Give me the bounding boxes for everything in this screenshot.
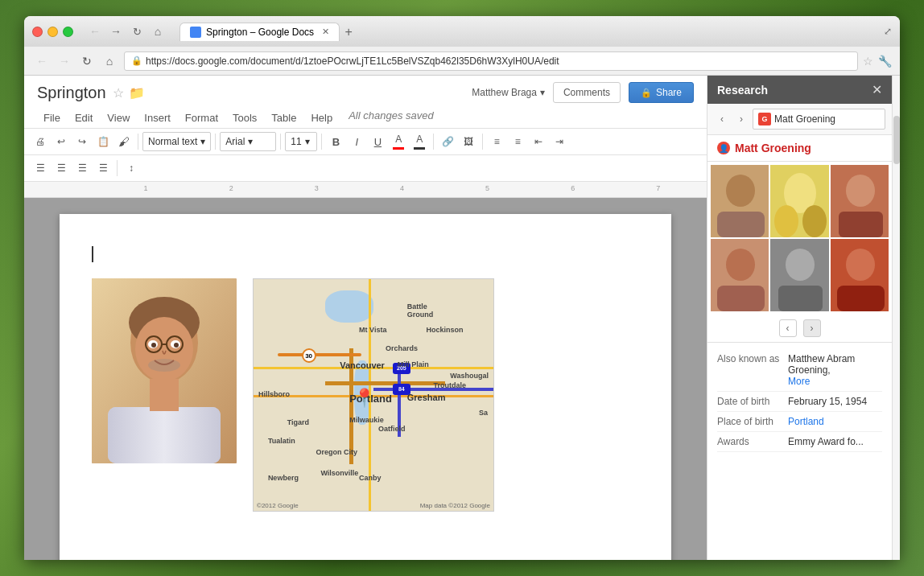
research-photo-4[interactable]: [711, 239, 769, 311]
address-input[interactable]: 🔒 https://docs.google.com/document/d/1zt…: [124, 51, 858, 71]
refresh-button[interactable]: ↻: [128, 23, 146, 40]
redo-button[interactable]: ↪: [72, 132, 92, 151]
italic-button[interactable]: I: [347, 132, 366, 151]
addr-back-button[interactable]: ←: [32, 51, 52, 71]
link-button[interactable]: 🔗: [438, 132, 457, 151]
browser-tools-button[interactable]: 🔧: [878, 55, 892, 68]
tab-close-button[interactable]: ✕: [322, 27, 329, 37]
align-right-button[interactable]: ☰: [72, 158, 92, 178]
close-window-button[interactable]: [32, 27, 43, 37]
aka-more-link[interactable]: More: [788, 376, 810, 387]
menu-view[interactable]: View: [101, 109, 136, 126]
toolbar-separator-5: [433, 134, 434, 150]
research-nav: ‹ › G Matt Groening: [707, 104, 892, 135]
toolbar-row1: 🖨 ↩ ↪ 📋 🖌 Normal text ▾ Arial ▾ 11: [24, 129, 707, 155]
decrease-indent-button[interactable]: ⇤: [529, 132, 548, 151]
also-known-as-label: Also known as: [717, 353, 782, 387]
maximize-window-button[interactable]: [63, 27, 73, 37]
research-photo-5[interactable]: [770, 239, 828, 311]
underline-button[interactable]: U: [368, 132, 387, 151]
bookmark-star-button[interactable]: ☆: [863, 55, 873, 68]
photo-2-svg: [770, 165, 828, 237]
star-icon[interactable]: ☆: [113, 85, 124, 101]
research-close-button[interactable]: ✕: [872, 82, 882, 97]
photo-next-button[interactable]: ›: [803, 319, 821, 337]
highway-30: [278, 353, 361, 356]
minimize-window-button[interactable]: [47, 27, 58, 37]
menu-file[interactable]: File: [37, 109, 67, 126]
research-search-box[interactable]: G Matt Groening: [753, 109, 885, 130]
forward-button[interactable]: →: [107, 23, 125, 40]
map-label-tualatin: Tualatin: [268, 437, 295, 445]
research-scrollbar[interactable]: [892, 76, 900, 560]
document-page[interactable]: 30 205 84 BattleGround Mt Vista Ho: [60, 214, 671, 560]
page-area[interactable]: 30 205 84 BattleGround Mt Vista Ho: [24, 198, 707, 560]
map-label-gresham: Gresham: [407, 393, 446, 402]
pob-value[interactable]: Portland: [788, 416, 824, 427]
research-photo-2[interactable]: [770, 165, 828, 237]
user-dropdown-arrow[interactable]: ▾: [540, 87, 545, 98]
home-button[interactable]: ⌂: [149, 23, 167, 40]
map-label-newberg: Newberg: [268, 474, 299, 482]
ruler-label-4: 4: [400, 184, 404, 192]
active-tab[interactable]: Springton – Google Docs ✕: [179, 23, 340, 41]
text-color-button[interactable]: A: [389, 132, 408, 151]
folder-icon[interactable]: 📁: [129, 85, 145, 101]
research-person-header: 👤 Matt Groening: [707, 135, 892, 162]
toolbar-separator-6: [482, 134, 483, 150]
research-photo-3[interactable]: [831, 165, 889, 237]
addr-home-button[interactable]: ⌂: [100, 51, 119, 71]
share-button[interactable]: 🔒 Share: [629, 82, 694, 103]
bold-button[interactable]: B: [326, 132, 345, 151]
menu-format[interactable]: Format: [179, 109, 225, 126]
research-search-input[interactable]: Matt Groening: [774, 113, 880, 125]
copy-button[interactable]: 📋: [93, 132, 113, 151]
svg-point-33: [846, 249, 875, 281]
font-dropdown[interactable]: Arial ▾: [220, 132, 276, 151]
align-justify-button[interactable]: ☰: [93, 158, 113, 178]
addr-refresh-button[interactable]: ↻: [77, 51, 97, 71]
svg-rect-34: [837, 286, 885, 311]
photo-prev-button[interactable]: ‹: [779, 319, 797, 337]
research-scroll-thumb[interactable]: [893, 116, 900, 164]
svg-point-30: [786, 249, 815, 281]
font-size-dropdown[interactable]: 11 ▾: [285, 132, 317, 151]
addr-forward-button[interactable]: →: [55, 51, 74, 71]
print-button[interactable]: 🖨: [31, 132, 50, 151]
doc-header-right: Matthew Braga ▾ Comments 🔒 Share: [472, 82, 694, 103]
window-corner-button[interactable]: ⤢: [884, 26, 892, 37]
text-style-dropdown[interactable]: Normal text ▾: [142, 132, 211, 151]
undo-button[interactable]: ↩: [52, 132, 71, 151]
line-spacing-button[interactable]: ↕: [122, 158, 141, 178]
map-road-major1: [325, 381, 445, 385]
unordered-list-button[interactable]: ≡: [508, 132, 527, 151]
menu-insert[interactable]: Insert: [138, 109, 177, 126]
image-button[interactable]: 🖼: [459, 132, 478, 151]
ruler: 1 2 3 4 5 6 7: [24, 182, 707, 198]
align-center-button[interactable]: ☰: [52, 158, 71, 178]
highlight-button[interactable]: A: [410, 132, 429, 151]
research-photo-1[interactable]: [711, 165, 769, 237]
save-status: All changes saved: [349, 109, 434, 126]
paint-format-button[interactable]: 🖌: [114, 132, 134, 151]
person-photo-inner: [92, 278, 237, 463]
new-tab-button[interactable]: +: [340, 23, 357, 41]
back-button[interactable]: ←: [86, 23, 104, 40]
map-label-orchards: Orchards: [386, 344, 418, 352]
comments-button[interactable]: Comments: [553, 82, 621, 103]
menu-table[interactable]: Table: [265, 109, 303, 126]
research-forward-button[interactable]: ›: [733, 111, 749, 127]
research-photo-6[interactable]: [831, 239, 889, 311]
menu-tools[interactable]: Tools: [226, 109, 263, 126]
research-person-name[interactable]: Matt Groening: [735, 142, 811, 154]
menu-edit[interactable]: Edit: [68, 109, 99, 126]
align-left-button[interactable]: ☰: [31, 158, 50, 178]
map-label-wilsonville: Wilsonville: [320, 469, 358, 477]
research-back-button[interactable]: ‹: [714, 111, 730, 127]
svg-point-27: [726, 249, 755, 281]
photo-3-svg: [831, 165, 889, 237]
ordered-list-button[interactable]: ≡: [487, 132, 506, 151]
menu-help[interactable]: Help: [304, 109, 339, 126]
increase-indent-button[interactable]: ⇥: [550, 132, 569, 151]
font-arrow: ▾: [248, 136, 253, 147]
